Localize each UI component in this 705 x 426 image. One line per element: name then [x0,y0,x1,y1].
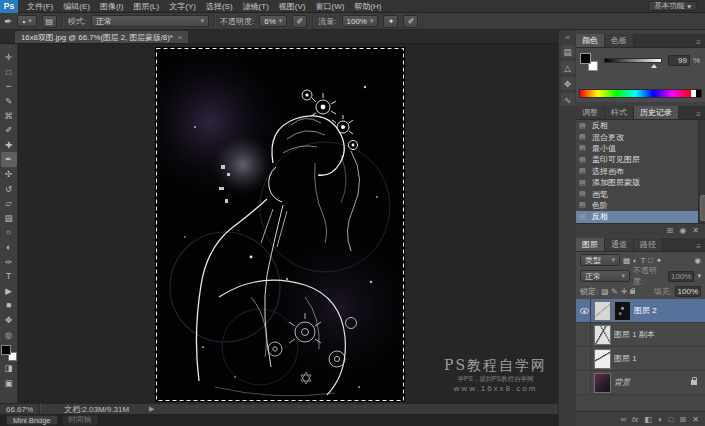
tab-paths[interactable]: 路径 [634,238,663,251]
layer-name[interactable]: 图层 2 [634,305,657,316]
document-tab[interactable]: 16x8双图.jpg @ 66.7%(图层 2, 图层蒙版/8)* × [14,30,189,43]
history-state-current[interactable]: ▤反相 [576,211,698,222]
close-icon[interactable]: × [178,33,183,42]
lock-position-icon[interactable]: ✛ [621,287,627,296]
new-layer-icon[interactable]: ⊞ [680,415,687,424]
timeline-button[interactable]: 时间轴 [62,415,99,425]
quick-mask-button[interactable]: ◨ [1,361,17,376]
history-state[interactable]: ▤盖印可见图层 [576,154,698,165]
layer-row-layer1-copy[interactable]: 图层 1 副本 [576,323,705,347]
tab-color[interactable]: 颜色 [576,34,605,47]
menu-edit[interactable]: 编辑(E) [58,1,95,12]
menu-file[interactable]: 文件(F) [22,1,58,12]
clone-source-panel-icon[interactable]: ✥ [561,77,575,90]
history-state[interactable]: ▤选择画布 [576,166,698,177]
filter-toggle-icon[interactable]: ◉ [694,256,701,265]
tool-shape[interactable]: ■ [1,298,17,313]
scrollbar-thumb[interactable] [700,195,705,221]
layer-name[interactable]: 图层 1 [614,353,637,364]
foreground-background-swatches[interactable] [1,345,17,361]
new-adjustment-layer-icon[interactable]: ◐ [658,415,663,424]
toggle-brush-panel-button[interactable]: ▤ [42,15,57,28]
filter-shape-layers-icon[interactable]: □ [648,256,653,265]
tab-history[interactable]: 历史记录 [634,106,679,119]
menu-help[interactable]: 帮助(H) [349,1,386,12]
delete-state-icon[interactable]: ✕ [692,226,699,235]
expand-panels-icon[interactable]: « [565,33,569,42]
visibility-cell[interactable] [578,371,591,394]
filter-adjustment-layers-icon[interactable]: ◐ [633,256,638,265]
workspace-switcher[interactable]: 基本功能 ▾ [648,1,697,11]
layer-row-layer2[interactable]: 图层 2 [576,299,705,323]
menu-window[interactable]: 窗口(W) [310,1,349,12]
menu-image[interactable]: 图像(I) [95,1,129,12]
tool-dodge[interactable]: ◐ [1,240,17,255]
tool-eraser[interactable]: ▱ [1,196,17,211]
foreground-color-swatch[interactable] [1,345,11,355]
tool-history-brush[interactable]: ↺ [1,181,17,196]
history-state[interactable]: ▤反相 [576,120,698,131]
history-state[interactable]: ▤最小值 [576,143,698,154]
status-options-arrow-icon[interactable]: ▶ [149,405,154,413]
layer-thumbnail[interactable] [594,373,611,393]
black-chip[interactable] [696,90,701,97]
flow-select[interactable]: 100% ▾ [342,15,379,27]
menu-view[interactable]: 视图(V) [274,1,311,12]
tool-hand[interactable]: ✥ [1,313,17,328]
layer-mask-thumbnail[interactable] [594,301,611,321]
tool-rectangular-marquee[interactable]: □ [1,65,17,80]
tool-path-selection[interactable]: ▶ [1,284,17,299]
screen-mode-button[interactable]: ▣ [1,375,17,390]
new-snapshot-icon[interactable]: ◉ [679,226,686,235]
filter-smart-object-icon[interactable]: ✦ [656,256,662,265]
filter-type-layers-icon[interactable]: T [641,256,646,265]
history-state[interactable]: ▤色阶 [576,200,698,211]
tool-spot-healing[interactable]: ✚ [1,138,17,153]
tool-move[interactable]: ✛ [1,50,17,65]
new-document-from-state-icon[interactable]: ⊞ [667,226,674,235]
slider-handle[interactable] [651,64,657,68]
opacity-select[interactable]: 6% ▾ [259,15,287,27]
history-state[interactable]: ▤画笔 [576,188,698,199]
color-value-field[interactable]: 99 [668,55,690,66]
zoom-level-field[interactable]: 66.67% [6,405,33,414]
curves-panel-icon[interactable]: ∿ [561,93,575,106]
tab-styles[interactable]: 样式 [605,106,634,119]
layer-filter-kind-select[interactable]: 类型 ▾ [580,254,620,266]
layer-thumbnail[interactable] [594,349,611,369]
layer-opacity-field[interactable]: 100% [668,271,694,282]
history-state[interactable]: ▤混合更改 [576,131,698,142]
tool-brush[interactable]: ✒ [1,152,17,167]
panel-menu-icon[interactable]: ≡ [696,110,705,119]
menu-type[interactable]: 文字(Y) [164,1,201,12]
history-state[interactable]: ▤添加图层蒙版 [576,177,698,188]
mini-bridge-button[interactable]: Mini Bridge [6,415,58,425]
brush-preset-picker[interactable]: • ▾ [17,15,36,27]
layer-name[interactable]: 背景 [614,377,630,388]
layer-fill-field[interactable]: 100% [675,286,701,297]
layer-row-background[interactable]: 背景 [576,371,705,395]
foreground-swatch[interactable] [580,53,591,64]
filter-pixel-layers-icon[interactable]: ▦ [623,256,630,265]
visibility-cell[interactable] [578,299,591,322]
tool-gradient[interactable]: ▨ [1,211,17,226]
tool-zoom[interactable]: ◎ [1,327,17,342]
visibility-cell[interactable] [578,347,591,370]
tool-eyedropper[interactable]: ✐ [1,123,17,138]
panel-menu-icon[interactable]: ≡ [696,242,705,251]
brush-tool-icon[interactable]: ✒ [4,16,12,27]
airbrush-button[interactable]: ✦ [383,15,398,28]
tab-adjustments[interactable]: 调整 [576,106,605,119]
layer-thumbnail[interactable] [614,301,631,321]
lock-transparency-icon[interactable]: ▨ [601,287,608,296]
spectrum-gradient[interactable] [580,90,691,97]
lock-all-icon[interactable] [630,290,635,294]
tool-pen[interactable]: ✑ [1,254,17,269]
add-layer-mask-icon[interactable]: ◧ [644,415,652,424]
tool-blur[interactable]: ○ [1,225,17,240]
blend-mode-select[interactable]: 正常 ▾ [91,15,209,27]
visibility-cell[interactable] [578,323,591,346]
info-panel-icon[interactable]: △ [561,61,575,74]
menu-layer[interactable]: 图层(L) [128,1,164,12]
history-scrollbar[interactable] [698,120,705,223]
